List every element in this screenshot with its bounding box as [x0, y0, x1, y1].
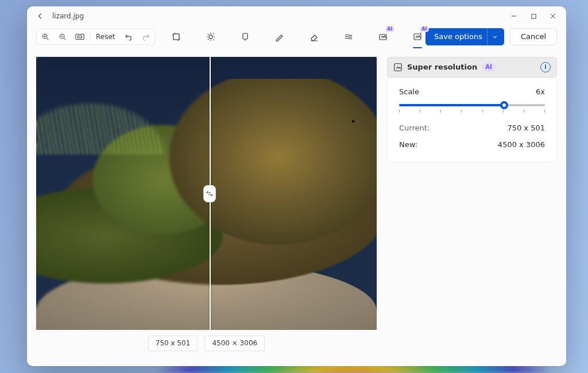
super-resolution-icon	[413, 32, 422, 41]
save-options-button[interactable]: Save options	[425, 28, 504, 45]
new-label: New:	[399, 140, 417, 150]
fit-icon	[75, 33, 84, 40]
arrow-left-icon	[36, 12, 44, 20]
redo-icon	[142, 33, 150, 41]
info-button[interactable]: i	[540, 62, 551, 72]
svg-rect-5	[173, 34, 179, 40]
app-window: lizard.jpg Reset AIAI Save options Cance…	[27, 6, 566, 366]
close-button[interactable]	[543, 7, 563, 25]
svg-point-6	[208, 35, 212, 39]
title-bar: lizard.jpg	[27, 6, 566, 26]
redo-button[interactable]	[137, 29, 154, 44]
tool-markup[interactable]	[270, 28, 289, 46]
maximize-icon	[531, 13, 537, 20]
toolbar: Reset AIAI Save options Cancel	[27, 26, 566, 48]
undo-icon	[125, 33, 133, 41]
new-row: New: 4500 x 3006	[399, 140, 545, 150]
eraser-icon	[310, 32, 319, 41]
current-row: Current: 750 x 501	[399, 123, 545, 133]
ai-badge: AI	[482, 63, 495, 72]
original-dimensions-chip: 750 x 501	[148, 336, 198, 351]
zoom-fit-button[interactable]	[71, 29, 88, 44]
chevron-down-icon	[487, 29, 498, 45]
tool-crop[interactable]	[167, 28, 185, 46]
file-name: lizard.jpg	[52, 11, 84, 21]
canvas-area: 750 x 501 4500 × 3006	[36, 57, 377, 357]
tool-superres[interactable]: AI	[408, 28, 427, 46]
close-icon	[550, 13, 556, 20]
svg-rect-0	[531, 14, 535, 18]
image-canvas[interactable]	[36, 57, 377, 330]
zoom-out-button[interactable]	[54, 29, 71, 44]
save-label: Save options	[434, 32, 482, 42]
svg-rect-4	[78, 36, 82, 38]
minimize-button[interactable]	[504, 7, 524, 25]
dimensions-row: 750 x 501 4500 × 3006	[148, 336, 265, 351]
ai-indicator: AI	[385, 26, 394, 32]
swap-arrows-icon	[206, 190, 213, 198]
edit-tools: AIAI	[167, 28, 427, 46]
panel-header: Super resolution AI i	[387, 57, 557, 78]
panel-title: Super resolution	[407, 62, 477, 72]
zoom-in-button[interactable]	[37, 29, 54, 44]
zoom-group: Reset	[36, 29, 155, 45]
scale-value: 6x	[536, 87, 545, 97]
tool-filter[interactable]	[236, 28, 254, 46]
before-overlay	[36, 57, 210, 330]
svg-rect-3	[76, 34, 84, 40]
zoom-out-icon	[59, 33, 67, 41]
super-resolution-icon	[393, 63, 403, 72]
generative-erase-icon	[378, 32, 388, 41]
new-value: 4500 x 3006	[498, 140, 545, 150]
new-dimensions-chip: 4500 × 3006	[204, 336, 265, 351]
undo-button[interactable]	[120, 29, 137, 44]
maximize-button[interactable]	[524, 7, 543, 25]
cancel-button[interactable]: Cancel	[510, 28, 557, 45]
ai-indicator: AI	[420, 26, 428, 32]
side-panel: Super resolution AI i Scale 6x Current: …	[387, 57, 557, 357]
crop-icon	[172, 32, 181, 41]
tool-erase[interactable]	[305, 28, 323, 46]
tool-gen[interactable]: AI	[374, 28, 392, 46]
scale-row: Scale 6x	[399, 87, 545, 97]
reset-button[interactable]: Reset	[91, 29, 120, 44]
current-label: Current:	[399, 123, 430, 133]
compare-handle[interactable]	[203, 185, 216, 202]
zoom-in-icon	[41, 33, 49, 41]
brightness-icon	[206, 32, 215, 41]
filter-icon	[241, 32, 250, 41]
back-button[interactable]	[30, 7, 50, 25]
scale-label: Scale	[399, 87, 419, 97]
tool-blur[interactable]	[339, 28, 358, 46]
panel-body: Scale 6x Current: 750 x 501 New: 4500 x …	[387, 78, 557, 162]
svg-rect-7	[243, 33, 247, 39]
tool-adjust[interactable]	[202, 28, 220, 46]
pencil-icon	[275, 32, 284, 41]
minimize-icon	[510, 13, 517, 20]
workspace: 750 x 501 4500 × 3006 Super resolution A…	[27, 48, 566, 366]
scale-slider[interactable]	[399, 104, 545, 113]
blur-icon	[344, 32, 353, 41]
current-value: 750 x 501	[507, 123, 545, 133]
